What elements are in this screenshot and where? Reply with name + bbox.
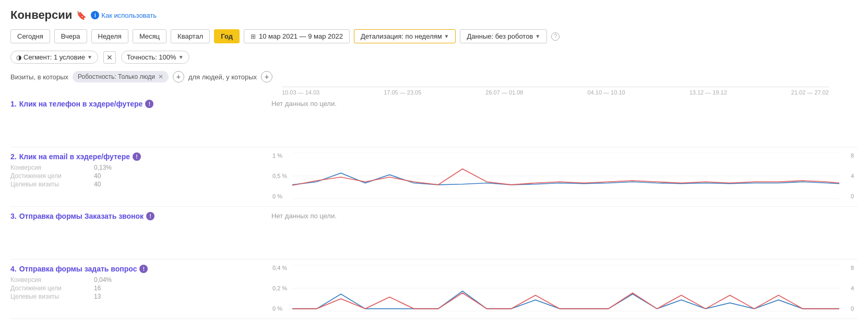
bookmark-icon[interactable]: 🔖 xyxy=(76,10,87,20)
goal-2-title: 2. Клик на email в хэдере/футере ! xyxy=(10,152,261,161)
goal-4-info-icon[interactable]: ! xyxy=(139,265,148,273)
page-title: Конверсии 🔖 i Как использовать xyxy=(10,8,858,22)
timeline-2: 26.07 — 01.08 xyxy=(485,89,523,96)
goal-3-right: Нет данных по цели. xyxy=(271,212,858,254)
goal-1-info-icon[interactable]: ! xyxy=(145,100,153,108)
chevron-down-icon3: ▼ xyxy=(87,54,92,60)
filter-tag: Робостность: Только люди ✕ xyxy=(73,71,169,82)
chevron-down-icon2: ▼ xyxy=(535,33,540,39)
goal-2-left: 2. Клик на email в хэдере/футере ! Конве… xyxy=(10,152,271,201)
goal-2-chart-blue xyxy=(292,173,839,185)
goal-3-info-icon[interactable]: ! xyxy=(146,212,154,220)
goal-3-num: 3. xyxy=(10,212,17,220)
period-year[interactable]: Год xyxy=(214,29,240,43)
goal-4-title: 4. Отправка формы задать вопрос ! xyxy=(10,265,261,273)
grid-icon: ⊞ xyxy=(251,33,256,40)
data-dropdown[interactable]: Данные: без роботов ▼ xyxy=(460,29,547,43)
pie-icon: ◑ xyxy=(16,54,21,61)
timeline-5: 21.02 — 27.02 xyxy=(791,89,829,96)
accuracy-button[interactable]: Точность: 100% ▼ xyxy=(121,51,189,64)
goal-1-title: 1. Клик на телефон в хэдере/футере ! xyxy=(10,100,261,108)
goal-1-section: 1. Клик на телефон в хэдере/футере ! Нет… xyxy=(10,100,858,147)
timeline-1: 17.05 — 23.05 xyxy=(384,89,421,96)
goal-4-y-right: 8 4 0 xyxy=(851,265,854,312)
segment-close-button[interactable]: ✕ xyxy=(103,51,116,64)
goal-2-stats: Конверсия 0,13% Достижения цели 40 Целев… xyxy=(10,164,261,188)
help-link[interactable]: i Как использовать xyxy=(91,11,157,19)
period-yesterday[interactable]: Вчера xyxy=(54,29,87,43)
goal-2-chart: 1 % 0,5 % 0 % 8 4 0 xyxy=(292,152,839,201)
period-week[interactable]: Неделя xyxy=(91,29,128,43)
goal-2-y-left: 1 % 0,5 % 0 % xyxy=(272,152,287,199)
filter-prefix: Визиты, в которых xyxy=(10,73,68,81)
segment-bar: ◑ Сегмент: 1 условие ▼ ✕ Точность: 100% … xyxy=(10,51,858,64)
goal-4-right: 0,4 % 0,2 % 0 % 8 4 0 xyxy=(271,265,858,313)
filter-bar: Визиты, в которых Робостность: Только лю… xyxy=(10,71,858,82)
goal-1-left: 1. Клик на телефон в хэдере/футере ! xyxy=(10,100,271,141)
goal-3-title: 3. Отправка формы Заказать звонок ! xyxy=(10,212,261,220)
goal-2-num: 2. xyxy=(10,152,17,161)
tag-close-icon[interactable]: ✕ xyxy=(158,73,163,80)
goal-4-section: 4. Отправка формы задать вопрос ! Конвер… xyxy=(10,265,858,319)
period-quarter[interactable]: Квартал xyxy=(171,29,210,43)
goal-2-y-right: 8 4 0 xyxy=(851,152,854,199)
segment-button[interactable]: ◑ Сегмент: 1 условие ▼ xyxy=(10,51,98,64)
goal-2-info-icon[interactable]: ! xyxy=(133,152,141,161)
goal-4-num: 4. xyxy=(10,265,17,273)
info-icon: i xyxy=(91,11,99,19)
period-month[interactable]: Месяц xyxy=(133,29,167,43)
chevron-down-icon4: ▼ xyxy=(179,54,184,60)
goal-3-no-data: Нет данных по цели. xyxy=(271,207,337,220)
chevron-down-icon: ▼ xyxy=(444,33,449,39)
goal-2-section: 2. Клик на email в хэдере/футере ! Конве… xyxy=(10,152,858,207)
goal-1-right: Нет данных по цели. xyxy=(271,100,858,141)
filter-suffix: для людей, у которых xyxy=(188,73,257,81)
timeline-4: 13.12 — 19.12 xyxy=(689,89,727,96)
goal-4-chart-red xyxy=(292,293,839,309)
add-filter-button[interactable]: + xyxy=(173,71,184,82)
period-toolbar: Сегодня Вчера Неделя Месяц Квартал Год ⊞… xyxy=(10,29,858,43)
timeline-header: 10.03 — 14.03 17.05 — 23.05 26.07 — 01.0… xyxy=(282,87,829,100)
info-circle-icon[interactable]: ? xyxy=(551,32,560,41)
goal-3-left: 3. Отправка формы Заказать звонок ! xyxy=(10,212,271,254)
goal-4-stats: Конверсия 0,04% Достижения цели 16 Целев… xyxy=(10,276,261,300)
goal-1-num: 1. xyxy=(10,100,17,108)
goal-4-chart: 0,4 % 0,2 % 0 % 8 4 0 xyxy=(292,265,839,313)
date-range-button[interactable]: ⊞ 10 мар 2021 — 9 мар 2022 xyxy=(244,29,350,43)
period-today[interactable]: Сегодня xyxy=(10,29,50,43)
title-text: Конверсии xyxy=(10,8,72,22)
goal-4-chart-blue xyxy=(292,291,839,309)
goal-4-left: 4. Отправка формы задать вопрос ! Конвер… xyxy=(10,265,271,313)
detail-dropdown[interactable]: Детализация: по неделям ▼ xyxy=(354,29,456,43)
add-person-filter-button[interactable]: + xyxy=(261,71,272,82)
timeline-3: 04.10 — 10.10 xyxy=(587,89,625,96)
goal-4-svg xyxy=(292,265,839,312)
goal-1-no-data: Нет данных по цели. xyxy=(271,94,337,108)
goal-2-svg xyxy=(292,152,839,199)
goal-4-y-left: 0,4 % 0,2 % 0 % xyxy=(272,265,287,312)
goal-3-section: 3. Отправка формы Заказать звонок ! Нет … xyxy=(10,212,858,259)
goal-2-right: 1 % 0,5 % 0 % 8 4 0 xyxy=(271,152,858,201)
